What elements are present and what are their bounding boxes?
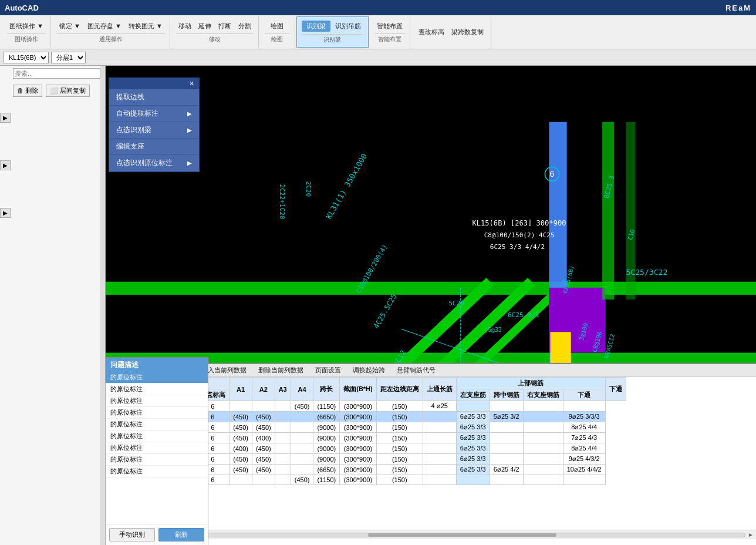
table-cell[interactable]: [291, 412, 313, 422]
refresh-btn[interactable]: 刷新: [158, 528, 204, 541]
table-cell[interactable]: (150): [376, 412, 423, 422]
table-cell[interactable]: [456, 475, 490, 485]
table-cell[interactable]: (450): [230, 465, 252, 475]
table-cell[interactable]: 6⌀25 3/3: [456, 443, 490, 454]
manual-identify-btn[interactable]: 手动识别: [109, 528, 155, 541]
table-cell[interactable]: (150): [376, 454, 423, 465]
problem-item[interactable]: 的原位标注: [106, 442, 208, 454]
table-cell[interactable]: (450): [230, 433, 252, 443]
table-cell[interactable]: (450): [252, 422, 275, 433]
table-cell[interactable]: (6650): [313, 412, 340, 422]
table-cell[interactable]: [490, 454, 523, 465]
table-cell[interactable]: 6⌀25 3/3: [456, 433, 490, 443]
table-cell[interactable]: [275, 465, 291, 475]
table-cell[interactable]: (9000): [313, 443, 340, 454]
problem-item[interactable]: 的原位标注: [106, 383, 208, 395]
draw-btn[interactable]: 绘图: [268, 21, 286, 31]
drawing-ops-btn[interactable]: 图纸操作 ▼: [7, 21, 46, 31]
table-cell[interactable]: 6⌀25 3/3: [456, 454, 490, 465]
move-btn[interactable]: 移动: [176, 21, 194, 31]
delete-btn[interactable]: 🗑 删除: [13, 85, 42, 97]
table-cell[interactable]: (300*900): [340, 401, 377, 412]
table-cell[interactable]: (150): [376, 401, 423, 412]
cantilever-code-btn[interactable]: 悬臂钢筋代号: [393, 365, 439, 375]
problem-item[interactable]: 的原位标注: [106, 395, 208, 407]
table-cell[interactable]: 6⌀25 4/2: [490, 465, 523, 475]
table-cell[interactable]: 6⌀25 3/3: [456, 465, 490, 475]
problem-item[interactable]: 的原位标注: [106, 454, 208, 466]
table-cell[interactable]: [291, 422, 313, 433]
table-cell[interactable]: [423, 422, 456, 433]
table-cell[interactable]: [275, 475, 291, 485]
click-identify-btn[interactable]: 点选识别梁 ▶: [109, 122, 199, 139]
smart-layout-btn[interactable]: 智能布置: [374, 21, 405, 31]
table-cell[interactable]: (150): [376, 475, 423, 485]
table-cell[interactable]: [275, 401, 291, 412]
table-cell[interactable]: (9000): [313, 422, 340, 433]
table-cell[interactable]: (400): [230, 443, 252, 454]
table-cell[interactable]: (300*900): [340, 443, 377, 454]
problem-item[interactable]: 的原位标注: [106, 407, 208, 419]
table-cell[interactable]: (450): [230, 412, 252, 422]
split-btn[interactable]: 分割: [236, 21, 254, 31]
table-cell[interactable]: 8⌀25 4/4: [563, 422, 605, 433]
horizontal-scrollbar[interactable]: [116, 533, 745, 537]
table-cell[interactable]: [291, 443, 313, 454]
table-cell[interactable]: (450): [291, 475, 313, 485]
extend-btn[interactable]: 延伸: [196, 21, 214, 31]
table-cell[interactable]: (300*900): [340, 465, 377, 475]
table-cell[interactable]: (450): [252, 454, 275, 465]
table-cell[interactable]: [230, 401, 252, 412]
table-cell[interactable]: 9⌀25 4/3/2: [563, 454, 605, 465]
table-cell[interactable]: [291, 433, 313, 443]
table-cell[interactable]: (9000): [313, 433, 340, 443]
table-cell[interactable]: (300*900): [340, 412, 377, 422]
layer-selector[interactable]: 分层1: [51, 52, 86, 63]
table-cell[interactable]: [490, 422, 523, 433]
table-cell[interactable]: (1150): [313, 475, 340, 485]
table-cell[interactable]: [490, 433, 523, 443]
table-cell[interactable]: (450): [291, 401, 313, 412]
table-cell[interactable]: [423, 443, 456, 454]
table-cell[interactable]: [523, 422, 563, 433]
change-height-btn[interactable]: 查改标高: [416, 27, 447, 37]
table-cell[interactable]: (450): [230, 422, 252, 433]
delete-col-btn[interactable]: 删除当前列数据: [255, 365, 307, 375]
problem-item[interactable]: 的原位标注: [106, 372, 208, 383]
table-cell[interactable]: [563, 475, 605, 485]
table-cell[interactable]: [456, 401, 490, 412]
left-arrow-3[interactable]: ▶: [0, 208, 11, 218]
table-cell[interactable]: (150): [376, 422, 423, 433]
table-cell[interactable]: 5⌀25 3/2: [490, 412, 523, 422]
table-cell[interactable]: 10⌀25 4/4/2: [563, 465, 605, 475]
save-element-btn[interactable]: 图元存盘 ▼: [85, 21, 124, 31]
extract-edge-btn[interactable]: 提取边线: [109, 89, 199, 106]
table-cell[interactable]: [523, 401, 563, 412]
table-cell[interactable]: (450): [252, 412, 275, 422]
table-cell[interactable]: (300*900): [340, 475, 377, 485]
auto-extract-btn[interactable]: 自动提取标注 ▶: [109, 106, 199, 122]
lock-btn[interactable]: 锁定 ▼: [57, 21, 83, 31]
table-cell[interactable]: [523, 454, 563, 465]
table-cell[interactable]: 7⌀25 4/3: [563, 433, 605, 443]
table-cell[interactable]: [490, 443, 523, 454]
table-cell[interactable]: [275, 433, 291, 443]
table-cell[interactable]: [490, 401, 523, 412]
table-cell[interactable]: (300*900): [340, 422, 377, 433]
table-cell[interactable]: 6⌀25 3/3: [456, 422, 490, 433]
table-cell[interactable]: (450): [252, 443, 275, 454]
table-cell[interactable]: [252, 401, 275, 412]
table-cell[interactable]: 4 ⌀25: [423, 401, 456, 412]
left-arrow-1[interactable]: ▶: [0, 113, 11, 123]
table-cell[interactable]: (6650): [313, 465, 340, 475]
table-cell[interactable]: [563, 401, 605, 412]
table-cell[interactable]: [423, 433, 456, 443]
identify-beam-btn[interactable]: 识别梁: [302, 21, 330, 32]
table-cell[interactable]: [275, 443, 291, 454]
table-cell[interactable]: [490, 475, 523, 485]
table-cell[interactable]: [423, 475, 456, 485]
identify-stirrup-btn[interactable]: 识别吊筋: [333, 21, 363, 31]
table-cell[interactable]: [523, 433, 563, 443]
table-cell[interactable]: [523, 475, 563, 485]
table-cell[interactable]: [291, 465, 313, 475]
